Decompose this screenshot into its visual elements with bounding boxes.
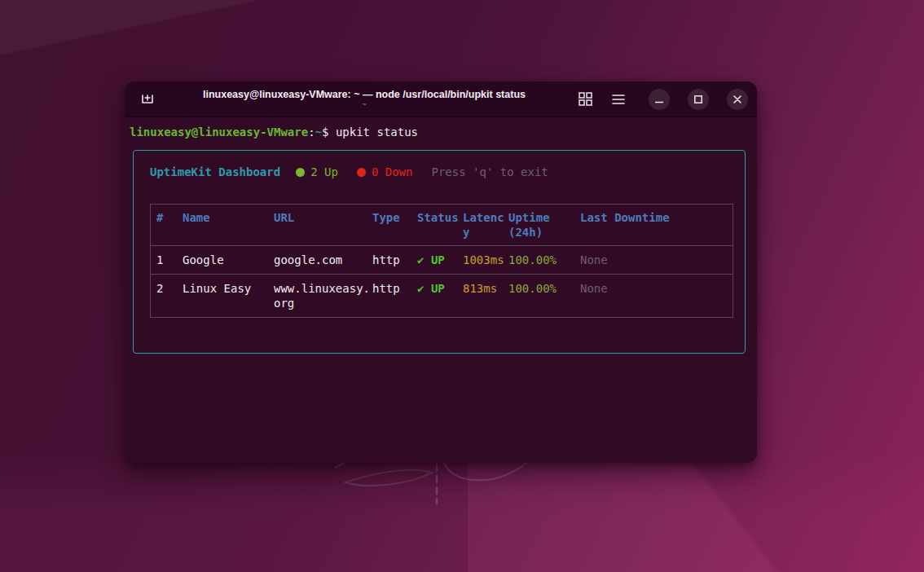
- maximize-button[interactable]: [688, 89, 709, 110]
- cell-type: http: [372, 253, 417, 267]
- prompt-line: linuxeasy@linuxeasy-VMware:~$ upkit stat…: [130, 125, 757, 139]
- cell-url: google.com: [274, 253, 372, 267]
- prompt-command: upkit status: [336, 125, 418, 139]
- dashboard-panel: UptimeKit Dashboard 2 Up 0 Down Press 'q…: [133, 150, 746, 354]
- up-status-dot-icon: [296, 168, 305, 177]
- close-button[interactable]: [727, 89, 748, 110]
- cell-uptime: 100.00%: [508, 281, 580, 310]
- table-row: 2 Linux Easy www.linuxeasy.org http ✔ UP…: [151, 275, 733, 317]
- cell-latency: 1003ms: [463, 253, 508, 267]
- cell-name: Linux Easy: [183, 281, 274, 310]
- cell-type: http: [372, 281, 417, 310]
- new-tab-icon: [140, 93, 155, 106]
- cell-number: 1: [156, 253, 183, 267]
- dashboard-header: UptimeKit Dashboard 2 Up 0 Down Press 'q…: [150, 164, 745, 180]
- header-cell-number: #: [156, 210, 183, 240]
- status-label: UP: [431, 282, 445, 295]
- terminal-window: linuxeasy@linuxeasy-VMware: ~ — node /us…: [125, 81, 757, 463]
- up-count-label: 2 Up: [310, 165, 338, 179]
- window-title-area: linuxeasy@linuxeasy-VMware: ~ — node /us…: [161, 89, 567, 109]
- maximize-icon: [694, 95, 702, 103]
- workspace-grid-button[interactable]: [574, 87, 596, 112]
- header-cell-status: Status: [417, 210, 463, 240]
- cell-last-downtime: None: [580, 281, 734, 310]
- prompt-dollar: $: [322, 125, 336, 139]
- status-table: # Name URL Type Status Latency Uptime (2…: [150, 204, 733, 318]
- check-icon: ✔: [417, 282, 424, 295]
- header-cell-type: Type: [372, 210, 417, 240]
- close-icon: [733, 95, 741, 103]
- down-status-dot-icon: [357, 168, 366, 177]
- menu-button[interactable]: [607, 87, 630, 112]
- window-subtitle: ~: [161, 100, 567, 109]
- minimize-icon: [655, 95, 663, 103]
- terminal-screen[interactable]: linuxeasy@linuxeasy-VMware:~$ upkit stat…: [125, 117, 757, 463]
- prompt-path: ~: [315, 125, 322, 139]
- workspace-grid-icon: [579, 92, 592, 106]
- cell-name: Google: [183, 253, 274, 267]
- cell-number: 2: [156, 281, 183, 310]
- table-header-row: # Name URL Type Status Latency Uptime (2…: [151, 205, 733, 246]
- header-cell-uptime: Uptime (24h): [508, 210, 580, 240]
- new-tab-button[interactable]: [134, 87, 161, 112]
- header-cell-url: URL: [274, 210, 372, 240]
- minimize-button[interactable]: [649, 89, 670, 110]
- window-title: linuxeasy@linuxeasy-VMware: ~ — node /us…: [161, 89, 567, 100]
- cell-status: ✔ UP: [417, 253, 463, 267]
- hamburger-menu-icon: [612, 95, 625, 104]
- header-cell-name: Name: [183, 210, 274, 240]
- cell-last-downtime: None: [580, 253, 734, 267]
- status-label: UP: [431, 253, 445, 266]
- cell-uptime: 100.00%: [508, 253, 580, 267]
- cell-status: ✔ UP: [417, 281, 463, 310]
- cell-url: www.linuxeasy.org: [274, 281, 372, 310]
- down-count-label: 0 Down: [372, 165, 413, 179]
- header-cell-latency: Latency: [463, 210, 508, 240]
- exit-hint: Press 'q' to exit: [431, 165, 548, 179]
- prompt-user-host: linuxeasy@linuxeasy-VMware: [130, 125, 308, 139]
- header-cell-last-downtime: Last Downtime: [580, 210, 734, 240]
- dashboard-title: UptimeKit Dashboard: [150, 165, 280, 179]
- prompt-colon: :: [308, 125, 315, 139]
- table-row: 1 Google google.com http ✔ UP 1003ms 100…: [151, 246, 733, 275]
- check-icon: ✔: [417, 253, 424, 266]
- titlebar[interactable]: linuxeasy@linuxeasy-VMware: ~ — node /us…: [125, 81, 757, 117]
- cell-latency: 813ms: [463, 281, 508, 310]
